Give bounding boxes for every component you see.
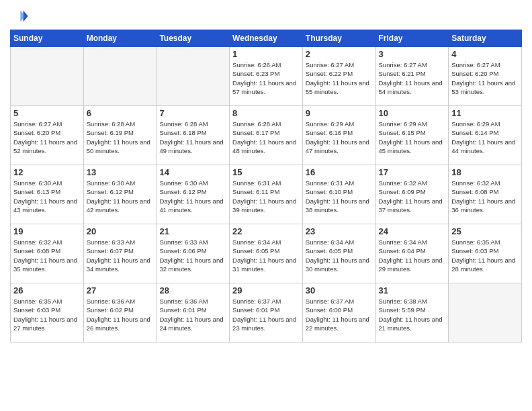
day-number: 10 (379, 108, 446, 118)
calendar-cell: 28Sunrise: 6:36 AMSunset: 6:01 PMDayligh… (157, 283, 230, 342)
day-info: Sunrise: 6:33 AMSunset: 6:07 PMDaylight:… (87, 238, 154, 273)
day-info: Sunrise: 6:32 AMSunset: 6:08 PMDaylight:… (13, 238, 81, 273)
calendar: SundayMondayTuesdayWednesdayThursdayFrid… (10, 30, 522, 342)
day-number: 19 (13, 226, 81, 236)
day-number: 13 (87, 167, 154, 177)
day-info: Sunrise: 6:29 AMSunset: 6:14 PMDaylight:… (451, 120, 519, 155)
day-number: 17 (379, 167, 446, 177)
day-info: Sunrise: 6:26 AMSunset: 6:23 PMDaylight:… (232, 60, 300, 96)
calendar-header-tuesday: Tuesday (157, 30, 230, 47)
day-number: 8 (232, 108, 300, 118)
calendar-cell: 10Sunrise: 6:29 AMSunset: 6:15 PMDayligh… (375, 106, 449, 165)
day-info: Sunrise: 6:27 AMSunset: 6:20 PMDaylight:… (13, 120, 81, 155)
calendar-cell: 29Sunrise: 6:37 AMSunset: 6:01 PMDayligh… (230, 283, 303, 342)
day-number: 23 (306, 226, 373, 236)
calendar-week-row: 5Sunrise: 6:27 AMSunset: 6:20 PMDaylight… (11, 106, 522, 165)
day-number: 20 (87, 226, 154, 236)
day-info: Sunrise: 6:37 AMSunset: 6:00 PMDaylight:… (306, 297, 373, 332)
logo (10, 7, 32, 26)
day-number: 28 (159, 285, 226, 295)
day-info: Sunrise: 6:34 AMSunset: 6:05 PMDaylight:… (232, 238, 300, 273)
calendar-cell: 2Sunrise: 6:27 AMSunset: 6:22 PMDaylight… (302, 47, 375, 106)
calendar-cell (11, 47, 84, 106)
day-info: Sunrise: 6:31 AMSunset: 6:10 PMDaylight:… (306, 179, 373, 214)
day-number: 5 (13, 108, 81, 118)
day-number: 27 (87, 285, 154, 295)
calendar-cell: 12Sunrise: 6:30 AMSunset: 6:13 PMDayligh… (11, 165, 84, 224)
day-info: Sunrise: 6:27 AMSunset: 6:20 PMDaylight:… (451, 60, 519, 96)
day-info: Sunrise: 6:30 AMSunset: 6:12 PMDaylight:… (159, 179, 226, 214)
calendar-header-wednesday: Wednesday (230, 30, 303, 47)
day-info: Sunrise: 6:28 AMSunset: 6:19 PMDaylight:… (87, 120, 154, 155)
day-number: 9 (306, 108, 373, 118)
day-info: Sunrise: 6:32 AMSunset: 6:08 PMDaylight:… (451, 179, 519, 214)
calendar-cell: 30Sunrise: 6:37 AMSunset: 6:00 PMDayligh… (302, 283, 375, 342)
calendar-cell: 19Sunrise: 6:32 AMSunset: 6:08 PMDayligh… (11, 224, 84, 283)
day-number: 15 (232, 167, 300, 177)
page: SundayMondayTuesdayWednesdayThursdayFrid… (0, 0, 532, 411)
day-info: Sunrise: 6:35 AMSunset: 6:03 PMDaylight:… (13, 297, 81, 332)
day-number: 2 (306, 49, 373, 59)
calendar-cell: 21Sunrise: 6:33 AMSunset: 6:06 PMDayligh… (157, 224, 230, 283)
day-number: 6 (87, 108, 154, 118)
day-number: 31 (379, 285, 446, 295)
day-number: 18 (451, 167, 519, 177)
calendar-cell: 14Sunrise: 6:30 AMSunset: 6:12 PMDayligh… (157, 165, 230, 224)
day-number: 29 (232, 285, 300, 295)
calendar-cell: 3Sunrise: 6:27 AMSunset: 6:21 PMDaylight… (375, 47, 449, 106)
day-info: Sunrise: 6:33 AMSunset: 6:06 PMDaylight:… (159, 238, 226, 273)
day-info: Sunrise: 6:31 AMSunset: 6:11 PMDaylight:… (232, 179, 300, 214)
day-info: Sunrise: 6:36 AMSunset: 6:01 PMDaylight:… (159, 297, 226, 332)
calendar-week-row: 19Sunrise: 6:32 AMSunset: 6:08 PMDayligh… (11, 224, 522, 283)
day-number: 22 (232, 226, 300, 236)
day-info: Sunrise: 6:29 AMSunset: 6:15 PMDaylight:… (379, 120, 446, 155)
calendar-header-monday: Monday (83, 30, 157, 47)
day-info: Sunrise: 6:27 AMSunset: 6:21 PMDaylight:… (379, 60, 446, 96)
day-info: Sunrise: 6:34 AMSunset: 6:04 PMDaylight:… (379, 238, 446, 273)
calendar-cell: 1Sunrise: 6:26 AMSunset: 6:23 PMDaylight… (230, 47, 303, 106)
day-number: 11 (451, 108, 519, 118)
day-info: Sunrise: 6:27 AMSunset: 6:22 PMDaylight:… (306, 60, 373, 96)
day-info: Sunrise: 6:37 AMSunset: 6:01 PMDaylight:… (232, 297, 300, 332)
day-info: Sunrise: 6:28 AMSunset: 6:17 PMDaylight:… (232, 120, 300, 155)
day-number: 16 (306, 167, 373, 177)
calendar-cell: 13Sunrise: 6:30 AMSunset: 6:12 PMDayligh… (83, 165, 157, 224)
day-number: 3 (379, 49, 446, 59)
calendar-cell: 24Sunrise: 6:34 AMSunset: 6:04 PMDayligh… (375, 224, 449, 283)
calendar-cell: 22Sunrise: 6:34 AMSunset: 6:05 PMDayligh… (230, 224, 303, 283)
calendar-cell: 11Sunrise: 6:29 AMSunset: 6:14 PMDayligh… (449, 106, 522, 165)
day-number: 12 (13, 167, 81, 177)
calendar-cell: 5Sunrise: 6:27 AMSunset: 6:20 PMDaylight… (11, 106, 84, 165)
day-info: Sunrise: 6:38 AMSunset: 5:59 PMDaylight:… (379, 297, 446, 332)
calendar-cell: 4Sunrise: 6:27 AMSunset: 6:20 PMDaylight… (449, 47, 522, 106)
day-number: 24 (379, 226, 446, 236)
calendar-cell (157, 47, 230, 106)
calendar-cell: 20Sunrise: 6:33 AMSunset: 6:07 PMDayligh… (83, 224, 157, 283)
calendar-cell (449, 283, 522, 342)
day-number: 14 (159, 167, 226, 177)
calendar-cell: 26Sunrise: 6:35 AMSunset: 6:03 PMDayligh… (11, 283, 84, 342)
calendar-header-thursday: Thursday (302, 30, 375, 47)
day-info: Sunrise: 6:32 AMSunset: 6:09 PMDaylight:… (379, 179, 446, 214)
day-number: 25 (451, 226, 519, 236)
calendar-week-row: 1Sunrise: 6:26 AMSunset: 6:23 PMDaylight… (11, 47, 522, 106)
calendar-week-row: 12Sunrise: 6:30 AMSunset: 6:13 PMDayligh… (11, 165, 522, 224)
calendar-header-saturday: Saturday (449, 30, 522, 47)
day-number: 30 (306, 285, 373, 295)
calendar-cell: 7Sunrise: 6:28 AMSunset: 6:18 PMDaylight… (157, 106, 230, 165)
calendar-header-sunday: Sunday (11, 30, 84, 47)
calendar-cell: 8Sunrise: 6:28 AMSunset: 6:17 PMDaylight… (230, 106, 303, 165)
calendar-cell: 25Sunrise: 6:35 AMSunset: 6:03 PMDayligh… (449, 224, 522, 283)
day-info: Sunrise: 6:30 AMSunset: 6:12 PMDaylight:… (87, 179, 154, 214)
day-info: Sunrise: 6:34 AMSunset: 6:05 PMDaylight:… (306, 238, 373, 273)
day-info: Sunrise: 6:28 AMSunset: 6:18 PMDaylight:… (159, 120, 226, 155)
calendar-cell: 18Sunrise: 6:32 AMSunset: 6:08 PMDayligh… (449, 165, 522, 224)
calendar-header-friday: Friday (375, 30, 449, 47)
calendar-cell: 9Sunrise: 6:29 AMSunset: 6:16 PMDaylight… (302, 106, 375, 165)
calendar-cell: 6Sunrise: 6:28 AMSunset: 6:19 PMDaylight… (83, 106, 157, 165)
day-info: Sunrise: 6:29 AMSunset: 6:16 PMDaylight:… (306, 120, 373, 155)
calendar-cell (83, 47, 157, 106)
calendar-cell: 31Sunrise: 6:38 AMSunset: 5:59 PMDayligh… (375, 283, 449, 342)
calendar-cell: 17Sunrise: 6:32 AMSunset: 6:09 PMDayligh… (375, 165, 449, 224)
calendar-cell: 23Sunrise: 6:34 AMSunset: 6:05 PMDayligh… (302, 224, 375, 283)
